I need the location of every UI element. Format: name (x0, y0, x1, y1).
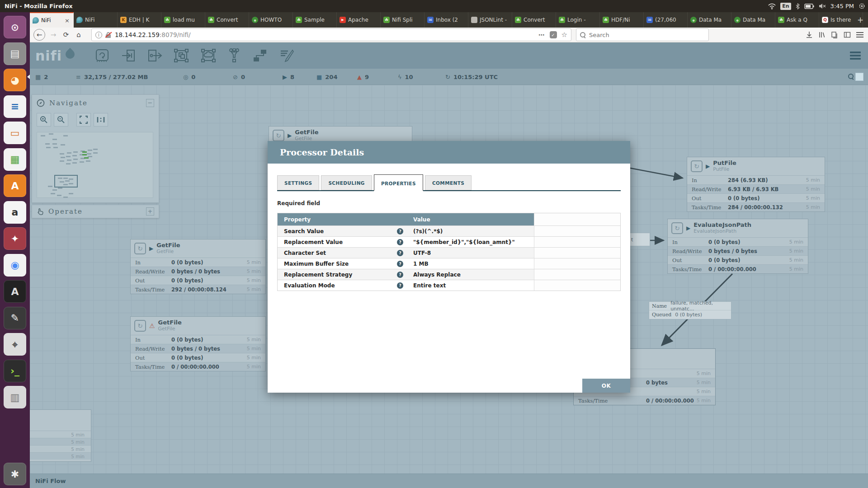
launcher-item[interactable]: ◕ (4, 69, 26, 91)
nifi-global-menu-icon[interactable] (850, 52, 861, 60)
running-icon: ▶ (149, 245, 153, 252)
connection-label-clipped[interactable]: t (627, 233, 650, 246)
zoom-fit-button[interactable] (76, 113, 91, 127)
processor-getfile-invalid[interactable]: ↻ ⚠ GetFile GetFile In0 (0 bytes)5 min R… (130, 316, 266, 371)
input-port-tool-icon[interactable] (121, 48, 136, 63)
template-tool-icon[interactable] (252, 48, 268, 63)
menu-icon[interactable] (856, 32, 863, 38)
browser-tab[interactable]: Sample (293, 12, 337, 28)
launcher-item[interactable]: ✦ (4, 227, 26, 250)
processor-putfile[interactable]: ↻ ▶ PutFile PutFile In284 (6.93 KB)5 min… (687, 157, 825, 212)
tab-close-icon[interactable] (64, 17, 71, 24)
expand-panel-button[interactable]: + (146, 207, 154, 216)
processor-edge-clipped[interactable]: 5 min 5 min 5 min 5 min (30, 409, 91, 462)
launcher-item[interactable]: a (4, 201, 26, 224)
pocket-icon[interactable]: ✓ (550, 31, 557, 38)
dialog-tab[interactable]: SCHEDULING (321, 175, 372, 190)
dialog-tab[interactable]: SETTINGS (277, 175, 319, 190)
search-bar[interactable] (576, 28, 709, 41)
bluetooth-icon[interactable] (796, 3, 800, 9)
launcher-item[interactable]: ›_ (4, 360, 26, 382)
pages-icon[interactable] (831, 31, 838, 38)
browser-tab[interactable]: load mu (161, 12, 205, 28)
volume-muted-icon[interactable] (819, 3, 826, 9)
launcher-item[interactable]: ▦ (4, 148, 26, 171)
browser-tab[interactable]: Ask a Q (775, 12, 819, 28)
launcher-item[interactable]: ◉ (4, 254, 26, 277)
launcher-item[interactable]: ⌖ (4, 333, 26, 356)
processor-getfile[interactable]: ↻ ▶ GetFile GetFile In0 (0 bytes)5 min R… (130, 239, 266, 294)
url-bar[interactable]: i 18.144.22.159 :8079/nifi/ ⋯ ✓ ☆ (91, 28, 571, 41)
launcher-item[interactable]: ≡ (4, 95, 26, 118)
remote-process-group-tool-icon[interactable] (200, 48, 217, 63)
browser-tab[interactable]: HOWTO (249, 12, 293, 28)
browser-tab[interactable]: JSONLint - (468, 12, 512, 28)
home-button[interactable]: ⌂ (72, 28, 85, 41)
launcher-item[interactable]: ✎ (4, 307, 26, 329)
insecure-lock-icon[interactable] (105, 32, 111, 38)
page-info-icon[interactable]: i (95, 32, 102, 38)
reload-button[interactable]: ⟳ (60, 28, 72, 41)
zoom-out-button[interactable] (54, 113, 68, 127)
zoom-in-button[interactable] (37, 113, 51, 127)
stat-last-refresh[interactable]: ↻10:15:29 UTC (445, 69, 498, 85)
tab-favicon (603, 17, 609, 23)
back-button[interactable]: ← (33, 29, 45, 41)
launcher-item[interactable]: ⊙ (4, 16, 26, 38)
processor-tool-icon[interactable] (94, 48, 110, 63)
funnel-tool-icon[interactable] (227, 48, 241, 63)
breadcrumb[interactable]: NiFi Flow (35, 478, 66, 484)
help-icon[interactable]: ? (397, 261, 403, 267)
dialog-tab[interactable]: COMMENTS (425, 175, 472, 190)
output-port-tool-icon[interactable] (147, 48, 162, 63)
clock[interactable]: 3:45 PM (830, 3, 854, 9)
browser-tab[interactable]: Data Ma (731, 12, 775, 28)
browser-tab[interactable]: Nifi Spli (381, 12, 425, 28)
forward-button[interactable]: → (47, 28, 60, 41)
launcher-item[interactable]: ▭ (4, 122, 26, 144)
browser-tab[interactable]: EDH | K (118, 12, 161, 28)
launcher-item[interactable]: ▥ (4, 386, 26, 408)
dialog-tab[interactable]: PROPERTIES (374, 174, 423, 191)
browser-tab[interactable]: Login - (556, 12, 600, 28)
launcher-item[interactable]: A (4, 280, 26, 303)
help-icon[interactable]: ? (397, 250, 403, 256)
page-actions-icon[interactable]: ⋯ (538, 31, 545, 38)
browser-tab[interactable]: Convert (205, 12, 249, 28)
new-tab-button[interactable]: + (853, 12, 868, 28)
help-icon[interactable]: ? (397, 282, 403, 289)
download-icon[interactable] (806, 31, 813, 38)
launcher-item[interactable]: ✱ (4, 463, 26, 485)
connection-label[interactable]: Name failure, matched, unmatc... Queued … (649, 301, 731, 319)
collapse-panel-button[interactable]: − (146, 99, 154, 107)
browser-tab[interactable]: HDF/Ni (600, 12, 644, 28)
browser-tab[interactable]: Data Ma (688, 12, 731, 28)
launcher-item[interactable]: ▤ (4, 42, 26, 65)
launcher-item[interactable]: A (4, 174, 26, 197)
wifi-icon[interactable] (768, 3, 776, 9)
keyboard-layout-indicator[interactable]: En (780, 3, 791, 10)
help-icon[interactable]: ? (397, 272, 403, 278)
zoom-actual-size-button[interactable] (94, 113, 108, 127)
birdseye-minimap[interactable] (37, 132, 153, 198)
battery-icon[interactable] (804, 4, 814, 9)
library-icon[interactable] (818, 31, 826, 38)
browser-tab[interactable]: NiFi (30, 12, 74, 28)
browser-tab[interactable]: (27,060 (644, 12, 688, 28)
browser-tab[interactable]: NiFi (74, 12, 118, 28)
bookmark-star-icon[interactable]: ☆ (561, 31, 567, 39)
help-icon[interactable]: ? (397, 239, 403, 245)
search-input[interactable] (588, 31, 692, 39)
ok-button[interactable]: OK (582, 379, 630, 393)
browser-tab[interactable]: Apache (337, 12, 381, 28)
browser-tab[interactable]: Inbox (2 (425, 12, 468, 28)
browser-tab[interactable]: Convert (512, 12, 556, 28)
label-tool-icon[interactable] (279, 48, 295, 63)
session-gear-icon[interactable] (859, 3, 865, 9)
process-group-tool-icon[interactable] (173, 48, 189, 63)
help-icon[interactable]: ? (397, 228, 403, 235)
connection-queued-value: 0 (0 bytes) (675, 312, 702, 318)
status-panel-icon[interactable] (855, 73, 863, 81)
sidebar-icon[interactable] (844, 31, 851, 38)
processor-evaluatejsonpath[interactable]: ↻ ▶ EvaluateJsonPath EvaluateJsonPath In… (667, 219, 808, 274)
